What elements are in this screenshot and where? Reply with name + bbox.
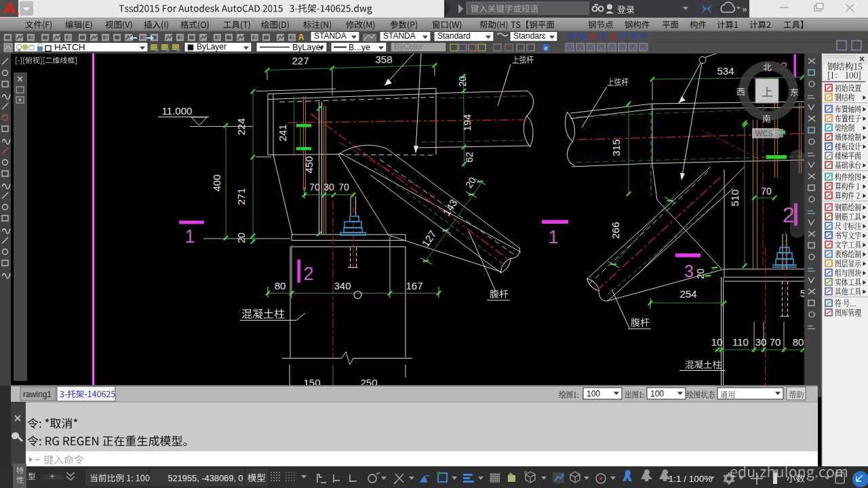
svg-text:110: 110 xyxy=(732,336,749,348)
svg-text:358: 358 xyxy=(375,54,392,65)
svg-text:STANDA: STANDA xyxy=(314,31,347,41)
svg-text:100: 100 xyxy=(650,389,664,399)
svg-text:510: 510 xyxy=(729,189,741,206)
svg-text:30: 30 xyxy=(323,182,334,192)
svg-text:1:1 / 100%: 1:1 / 100% xyxy=(669,474,713,484)
svg-text:»: » xyxy=(742,4,747,14)
svg-text:1: 1 xyxy=(184,226,195,247)
svg-text:266: 266 xyxy=(610,222,621,239)
svg-text:70: 70 xyxy=(761,186,772,197)
svg-text:315: 315 xyxy=(610,139,622,156)
svg-text:80: 80 xyxy=(793,336,804,348)
svg-text:Standarɛ: Standarɛ xyxy=(513,31,546,41)
svg-text:224: 224 xyxy=(235,118,247,135)
svg-text:HATCH: HATCH xyxy=(54,42,85,52)
svg-text:10: 10 xyxy=(711,336,723,348)
svg-text:340: 340 xyxy=(334,280,351,291)
svg-text:1: 1 xyxy=(548,227,558,247)
svg-text:20: 20 xyxy=(695,268,706,279)
svg-text:Standard: Standard xyxy=(437,31,471,41)
svg-text:534: 534 xyxy=(717,65,734,77)
svg-text:80: 80 xyxy=(275,280,286,291)
svg-text:100: 100 xyxy=(587,389,600,399)
svg-text:B...ye: B...ye xyxy=(349,43,370,52)
svg-text:3: 3 xyxy=(684,262,694,281)
svg-text:ByColor: ByColor xyxy=(394,42,423,52)
svg-text:167: 167 xyxy=(406,280,422,291)
svg-text:e: e xyxy=(544,45,547,52)
svg-text:521955, -438069, 0: 521955, -438069, 0 xyxy=(167,473,243,483)
svg-text:WCS: WCS xyxy=(755,129,773,138)
svg-text:241: 241 xyxy=(277,124,288,141)
svg-text:70: 70 xyxy=(309,182,320,192)
svg-text:400: 400 xyxy=(211,174,222,191)
svg-text:11.000: 11.000 xyxy=(162,105,193,117)
svg-text:ByLayer: ByLayer xyxy=(292,43,323,52)
svg-text:70: 70 xyxy=(770,336,781,348)
svg-text:20: 20 xyxy=(236,232,247,243)
svg-text:194: 194 xyxy=(461,114,473,131)
svg-text:30: 30 xyxy=(755,336,767,348)
svg-text:+: + xyxy=(50,472,54,481)
svg-text:70: 70 xyxy=(338,182,349,192)
svg-text:20: 20 xyxy=(457,76,468,87)
svg-text:62: 62 xyxy=(464,152,475,163)
svg-text:STANDA: STANDA xyxy=(383,31,416,41)
svg-text:271: 271 xyxy=(235,188,247,205)
svg-text:450: 450 xyxy=(303,156,315,173)
svg-text:2: 2 xyxy=(303,264,313,284)
svg-text:A: A xyxy=(298,33,304,42)
svg-text:227: 227 xyxy=(292,55,309,66)
svg-text:ByLayer: ByLayer xyxy=(197,42,226,52)
svg-text:rawing1: rawing1 xyxy=(23,390,52,399)
svg-text:254: 254 xyxy=(679,288,696,300)
